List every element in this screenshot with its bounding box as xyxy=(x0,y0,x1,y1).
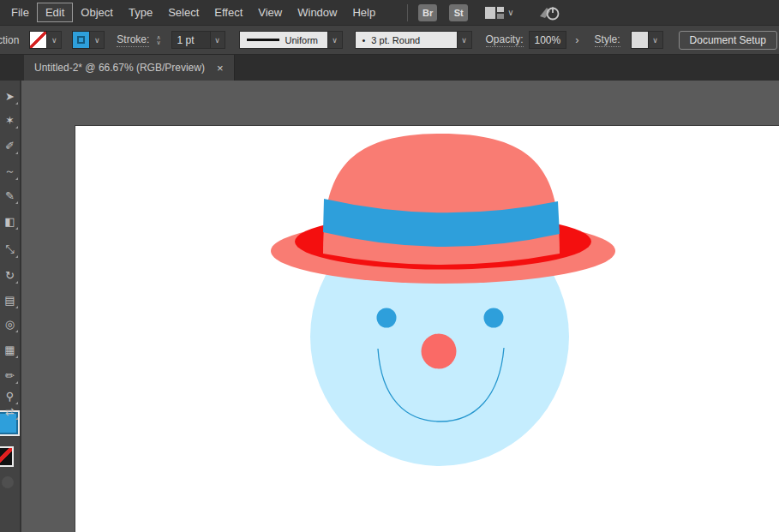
workspace: ➤✶✐～✎◧⤡↻▤◎▦✏⚲⇄ xyxy=(0,81,779,532)
stroke-color-swatch[interactable] xyxy=(72,31,90,49)
curvature-tool[interactable]: ～ xyxy=(0,161,20,182)
tools-panel: ➤✶✐～✎◧⤡↻▤◎▦✏⚲⇄ xyxy=(0,81,21,532)
artboard[interactable] xyxy=(75,126,779,532)
stepper-down-icon[interactable]: ∨ xyxy=(156,40,160,45)
opacity-more-button[interactable]: › xyxy=(572,33,582,46)
menu-item-select[interactable]: Select xyxy=(160,3,207,21)
menu-item-file[interactable]: File xyxy=(3,3,37,21)
direct-selection-tool[interactable]: ➤ xyxy=(0,86,20,106)
stroke-weight-stepper[interactable]: ∧ ∨ xyxy=(156,35,160,45)
menu-item-object[interactable]: Object xyxy=(73,3,121,21)
chevron-down-icon: ∨ xyxy=(507,8,513,17)
stock-icon[interactable]: St xyxy=(449,4,468,21)
stroke-preview-line-icon xyxy=(247,39,279,41)
document-tab-title: Untitled-2* @ 66.67% (RGB/Preview) xyxy=(34,62,205,74)
right-eye[interactable] xyxy=(484,308,504,328)
swap-fill-stroke-icon[interactable]: ⇄ xyxy=(0,401,20,421)
graph-tool[interactable]: ▦ xyxy=(0,339,20,360)
stroke-dropdown-button[interactable]: ∨ xyxy=(90,31,105,49)
menu-item-help[interactable]: Help xyxy=(345,3,383,21)
shape-builder-tool[interactable]: ◎ xyxy=(0,314,20,334)
magic-wand-tool[interactable]: ✶ xyxy=(0,110,20,130)
lasso-tool[interactable]: ✐ xyxy=(0,135,20,156)
stroke-weight-dropdown-button[interactable]: ∨ xyxy=(211,31,225,49)
left-eye[interactable] xyxy=(377,308,397,328)
pencil-tool[interactable]: ✏ xyxy=(0,365,20,386)
nose[interactable] xyxy=(422,334,457,369)
brush-dropdown-button[interactable]: ∨ xyxy=(458,31,472,49)
draw-mode-icon[interactable] xyxy=(2,476,14,488)
menu-item-view[interactable]: View xyxy=(250,3,290,21)
stroke-weight-label[interactable]: Stroke: xyxy=(117,33,149,47)
style-dropdown-button[interactable]: ∨ xyxy=(649,31,663,49)
gradient-tool[interactable]: ▤ xyxy=(0,290,20,310)
brush-dot-icon: • xyxy=(363,35,366,45)
control-bar: ction ∨ ∨ Stroke: ∧ ∨ 1 pt ∨ Uniform ∨ •… xyxy=(0,26,779,55)
context-label: ction xyxy=(0,34,19,46)
stroke-swatch-none[interactable] xyxy=(0,446,14,467)
menu-separator xyxy=(407,4,408,21)
eraser-tool[interactable]: ◧ xyxy=(0,211,20,231)
graphic-style-swatch[interactable] xyxy=(631,31,649,49)
artwork-canvas[interactable] xyxy=(75,126,779,532)
workspace-switcher-icon[interactable]: ∨ xyxy=(485,7,513,19)
gpu-performance-icon[interactable] xyxy=(538,4,560,21)
paintbrush-tool[interactable]: ✎ xyxy=(0,185,20,206)
menu-item-effect[interactable]: Effect xyxy=(207,3,250,21)
menu-item-type[interactable]: Type xyxy=(121,3,160,21)
menu-bar: FileEditObjectTypeSelectEffectViewWindow… xyxy=(0,0,779,26)
style-label[interactable]: Style: xyxy=(595,33,620,47)
document-tab[interactable]: Untitled-2* @ 66.67% (RGB/Preview) × xyxy=(24,55,235,81)
document-tab-bar: Untitled-2* @ 66.67% (RGB/Preview) × xyxy=(0,55,779,81)
width-profile-select[interactable]: Uniform xyxy=(239,31,328,49)
rotate-tool[interactable]: ↻ xyxy=(0,265,20,285)
width-profile-value: Uniform xyxy=(285,35,319,45)
pasteboard[interactable] xyxy=(21,81,779,532)
close-icon[interactable]: × xyxy=(217,62,224,75)
opacity-label[interactable]: Opacity: xyxy=(486,33,524,47)
brush-value: 3 pt. Round xyxy=(371,35,420,45)
brush-select[interactable]: • 3 pt. Round xyxy=(355,31,458,49)
scale-tool[interactable]: ⤡ xyxy=(0,239,20,260)
width-profile-dropdown-button[interactable]: ∨ xyxy=(328,31,343,49)
stroke-weight-value[interactable]: 1 pt xyxy=(171,31,211,49)
fill-dropdown-button[interactable]: ∨ xyxy=(47,31,62,49)
stroke-frame-icon xyxy=(77,36,85,44)
menu-item-edit[interactable]: Edit xyxy=(37,3,73,22)
fill-color-swatch[interactable] xyxy=(29,31,47,49)
bridge-icon[interactable]: Br xyxy=(418,4,437,21)
document-setup-button[interactable]: Document Setup xyxy=(679,31,777,50)
menu-item-window[interactable]: Window xyxy=(290,3,345,21)
opacity-value[interactable]: 100% xyxy=(529,31,567,49)
